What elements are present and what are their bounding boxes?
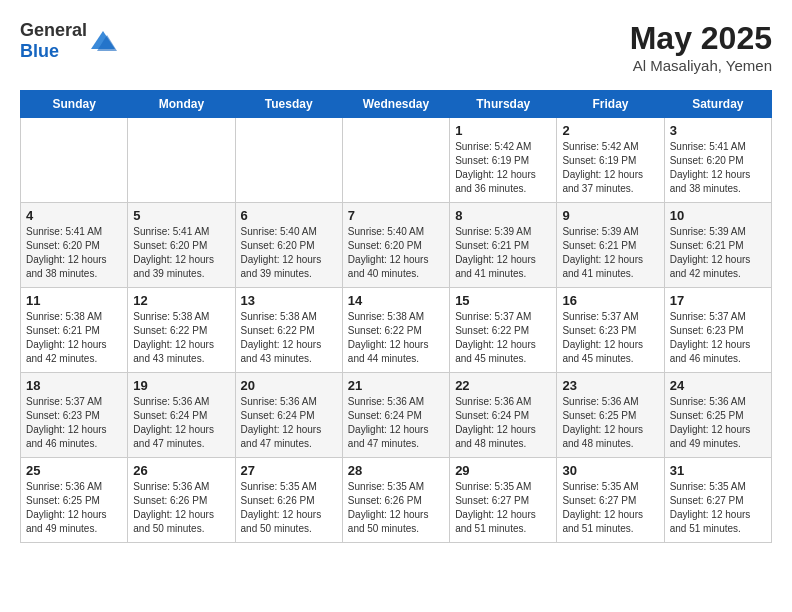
day-number: 21 [348, 378, 444, 393]
calendar-cell: 29Sunrise: 5:35 AM Sunset: 6:27 PM Dayli… [450, 458, 557, 543]
cell-content: Sunrise: 5:37 AM Sunset: 6:23 PM Dayligh… [670, 310, 766, 366]
calendar-cell: 14Sunrise: 5:38 AM Sunset: 6:22 PM Dayli… [342, 288, 449, 373]
calendar-cell: 22Sunrise: 5:36 AM Sunset: 6:24 PM Dayli… [450, 373, 557, 458]
day-header-sunday: Sunday [21, 91, 128, 118]
cell-content: Sunrise: 5:36 AM Sunset: 6:25 PM Dayligh… [26, 480, 122, 536]
calendar-header-row: SundayMondayTuesdayWednesdayThursdayFrid… [21, 91, 772, 118]
calendar-cell: 2Sunrise: 5:42 AM Sunset: 6:19 PM Daylig… [557, 118, 664, 203]
day-number: 19 [133, 378, 229, 393]
day-number: 1 [455, 123, 551, 138]
calendar-cell: 15Sunrise: 5:37 AM Sunset: 6:22 PM Dayli… [450, 288, 557, 373]
calendar-cell: 16Sunrise: 5:37 AM Sunset: 6:23 PM Dayli… [557, 288, 664, 373]
calendar-cell: 23Sunrise: 5:36 AM Sunset: 6:25 PM Dayli… [557, 373, 664, 458]
day-number: 2 [562, 123, 658, 138]
cell-content: Sunrise: 5:41 AM Sunset: 6:20 PM Dayligh… [26, 225, 122, 281]
cell-content: Sunrise: 5:36 AM Sunset: 6:25 PM Dayligh… [562, 395, 658, 451]
cell-content: Sunrise: 5:38 AM Sunset: 6:21 PM Dayligh… [26, 310, 122, 366]
cell-content: Sunrise: 5:42 AM Sunset: 6:19 PM Dayligh… [562, 140, 658, 196]
calendar-cell: 27Sunrise: 5:35 AM Sunset: 6:26 PM Dayli… [235, 458, 342, 543]
cell-content: Sunrise: 5:36 AM Sunset: 6:26 PM Dayligh… [133, 480, 229, 536]
location-subtitle: Al Masaliyah, Yemen [630, 57, 772, 74]
day-number: 12 [133, 293, 229, 308]
calendar-cell: 21Sunrise: 5:36 AM Sunset: 6:24 PM Dayli… [342, 373, 449, 458]
day-number: 31 [670, 463, 766, 478]
day-header-friday: Friday [557, 91, 664, 118]
calendar-week-row: 25Sunrise: 5:36 AM Sunset: 6:25 PM Dayli… [21, 458, 772, 543]
day-header-wednesday: Wednesday [342, 91, 449, 118]
calendar-table: SundayMondayTuesdayWednesdayThursdayFrid… [20, 90, 772, 543]
cell-content: Sunrise: 5:35 AM Sunset: 6:26 PM Dayligh… [348, 480, 444, 536]
calendar-cell [128, 118, 235, 203]
day-number: 16 [562, 293, 658, 308]
calendar-cell: 19Sunrise: 5:36 AM Sunset: 6:24 PM Dayli… [128, 373, 235, 458]
cell-content: Sunrise: 5:35 AM Sunset: 6:27 PM Dayligh… [455, 480, 551, 536]
day-number: 4 [26, 208, 122, 223]
calendar-cell: 28Sunrise: 5:35 AM Sunset: 6:26 PM Dayli… [342, 458, 449, 543]
cell-content: Sunrise: 5:39 AM Sunset: 6:21 PM Dayligh… [562, 225, 658, 281]
day-number: 6 [241, 208, 337, 223]
day-number: 25 [26, 463, 122, 478]
day-number: 9 [562, 208, 658, 223]
calendar-cell: 31Sunrise: 5:35 AM Sunset: 6:27 PM Dayli… [664, 458, 771, 543]
calendar-cell: 8Sunrise: 5:39 AM Sunset: 6:21 PM Daylig… [450, 203, 557, 288]
cell-content: Sunrise: 5:42 AM Sunset: 6:19 PM Dayligh… [455, 140, 551, 196]
day-header-thursday: Thursday [450, 91, 557, 118]
cell-content: Sunrise: 5:38 AM Sunset: 6:22 PM Dayligh… [133, 310, 229, 366]
calendar-cell: 9Sunrise: 5:39 AM Sunset: 6:21 PM Daylig… [557, 203, 664, 288]
logo-icon [89, 27, 117, 55]
day-number: 28 [348, 463, 444, 478]
calendar-cell [21, 118, 128, 203]
day-number: 18 [26, 378, 122, 393]
cell-content: Sunrise: 5:35 AM Sunset: 6:27 PM Dayligh… [562, 480, 658, 536]
calendar-cell: 20Sunrise: 5:36 AM Sunset: 6:24 PM Dayli… [235, 373, 342, 458]
cell-content: Sunrise: 5:40 AM Sunset: 6:20 PM Dayligh… [241, 225, 337, 281]
calendar-cell: 10Sunrise: 5:39 AM Sunset: 6:21 PM Dayli… [664, 203, 771, 288]
day-number: 17 [670, 293, 766, 308]
day-number: 15 [455, 293, 551, 308]
calendar-cell: 1Sunrise: 5:42 AM Sunset: 6:19 PM Daylig… [450, 118, 557, 203]
day-number: 26 [133, 463, 229, 478]
cell-content: Sunrise: 5:35 AM Sunset: 6:27 PM Dayligh… [670, 480, 766, 536]
calendar-cell [235, 118, 342, 203]
day-number: 10 [670, 208, 766, 223]
day-number: 30 [562, 463, 658, 478]
cell-content: Sunrise: 5:36 AM Sunset: 6:24 PM Dayligh… [241, 395, 337, 451]
calendar-cell: 5Sunrise: 5:41 AM Sunset: 6:20 PM Daylig… [128, 203, 235, 288]
day-number: 8 [455, 208, 551, 223]
calendar-cell: 3Sunrise: 5:41 AM Sunset: 6:20 PM Daylig… [664, 118, 771, 203]
calendar-cell: 13Sunrise: 5:38 AM Sunset: 6:22 PM Dayli… [235, 288, 342, 373]
page-header: General Blue May 2025 Al Masaliyah, Yeme… [20, 20, 772, 74]
calendar-cell [342, 118, 449, 203]
cell-content: Sunrise: 5:36 AM Sunset: 6:25 PM Dayligh… [670, 395, 766, 451]
day-header-saturday: Saturday [664, 91, 771, 118]
month-year-title: May 2025 [630, 20, 772, 57]
calendar-week-row: 11Sunrise: 5:38 AM Sunset: 6:21 PM Dayli… [21, 288, 772, 373]
day-header-monday: Monday [128, 91, 235, 118]
day-number: 5 [133, 208, 229, 223]
day-number: 11 [26, 293, 122, 308]
calendar-cell: 6Sunrise: 5:40 AM Sunset: 6:20 PM Daylig… [235, 203, 342, 288]
calendar-week-row: 4Sunrise: 5:41 AM Sunset: 6:20 PM Daylig… [21, 203, 772, 288]
title-block: May 2025 Al Masaliyah, Yemen [630, 20, 772, 74]
calendar-cell: 11Sunrise: 5:38 AM Sunset: 6:21 PM Dayli… [21, 288, 128, 373]
calendar-cell: 24Sunrise: 5:36 AM Sunset: 6:25 PM Dayli… [664, 373, 771, 458]
cell-content: Sunrise: 5:39 AM Sunset: 6:21 PM Dayligh… [455, 225, 551, 281]
calendar-cell: 30Sunrise: 5:35 AM Sunset: 6:27 PM Dayli… [557, 458, 664, 543]
cell-content: Sunrise: 5:39 AM Sunset: 6:21 PM Dayligh… [670, 225, 766, 281]
cell-content: Sunrise: 5:38 AM Sunset: 6:22 PM Dayligh… [241, 310, 337, 366]
day-number: 20 [241, 378, 337, 393]
day-number: 24 [670, 378, 766, 393]
day-number: 3 [670, 123, 766, 138]
day-number: 13 [241, 293, 337, 308]
cell-content: Sunrise: 5:36 AM Sunset: 6:24 PM Dayligh… [348, 395, 444, 451]
day-number: 14 [348, 293, 444, 308]
calendar-cell: 18Sunrise: 5:37 AM Sunset: 6:23 PM Dayli… [21, 373, 128, 458]
calendar-cell: 4Sunrise: 5:41 AM Sunset: 6:20 PM Daylig… [21, 203, 128, 288]
cell-content: Sunrise: 5:37 AM Sunset: 6:22 PM Dayligh… [455, 310, 551, 366]
logo-text: General Blue [20, 20, 87, 62]
day-number: 7 [348, 208, 444, 223]
calendar-cell: 25Sunrise: 5:36 AM Sunset: 6:25 PM Dayli… [21, 458, 128, 543]
cell-content: Sunrise: 5:36 AM Sunset: 6:24 PM Dayligh… [455, 395, 551, 451]
day-number: 22 [455, 378, 551, 393]
day-number: 23 [562, 378, 658, 393]
